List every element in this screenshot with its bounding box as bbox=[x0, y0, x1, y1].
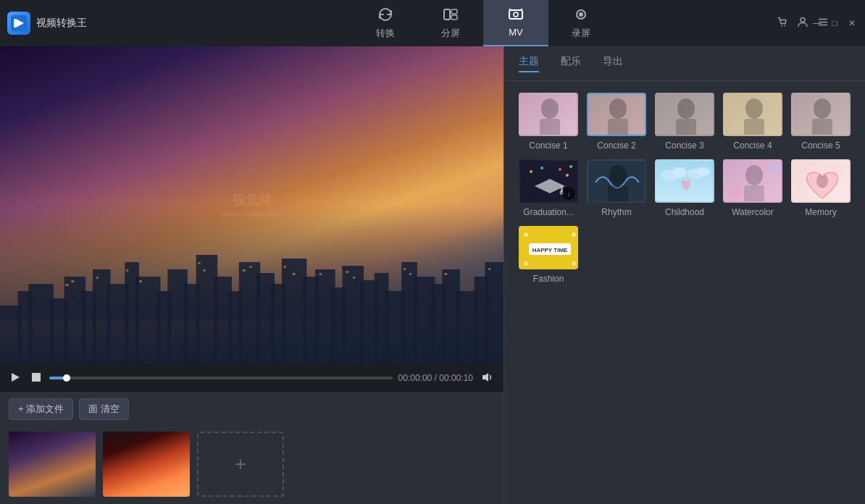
svg-rect-55 bbox=[96, 277, 99, 279]
theme-label-rhythm: Rhythm bbox=[601, 207, 631, 217]
svg-rect-88 bbox=[812, 119, 832, 136]
theme-concise4[interactable]: Concise 4 bbox=[723, 93, 782, 151]
close-button[interactable]: ✕ bbox=[846, 17, 858, 29]
tab-export[interactable]: 导出 bbox=[603, 55, 623, 72]
theme-fashion[interactable]: HAPPY TIME Fashion bbox=[519, 226, 578, 284]
video-panel: 视觉网 www.sxiew.com 00:00:00 / 00:00:10 bbox=[0, 46, 503, 504]
theme-thumb-childhood bbox=[655, 159, 714, 203]
tab-record[interactable]: 录屏 bbox=[548, 0, 614, 46]
svg-rect-85 bbox=[744, 119, 764, 136]
time-display: 00:00:00 / 00:00:10 bbox=[398, 373, 473, 383]
svg-point-119 bbox=[572, 261, 576, 266]
svg-point-75 bbox=[541, 98, 559, 119]
svg-rect-3 bbox=[444, 9, 450, 20]
theme-childhood[interactable]: Childhood bbox=[655, 159, 714, 217]
svg-rect-100 bbox=[608, 185, 628, 203]
clear-button[interactable]: 面 清空 bbox=[79, 398, 129, 420]
theme-thumb-concise2 bbox=[587, 93, 646, 136]
svg-point-99 bbox=[609, 165, 627, 185]
svg-text:HAPPY TIME: HAPPY TIME bbox=[532, 247, 568, 253]
theme-label-childhood: Childhood bbox=[665, 207, 704, 217]
svg-rect-72 bbox=[32, 373, 41, 382]
theme-label-concise2: Concise 2 bbox=[597, 140, 635, 151]
tab-mv[interactable]: MV bbox=[483, 0, 548, 46]
window-controls: — □ ✕ bbox=[811, 17, 858, 29]
svg-point-117 bbox=[572, 232, 576, 237]
svg-rect-21 bbox=[28, 284, 53, 364]
thumbnail-1[interactable] bbox=[9, 432, 96, 497]
theme-label-watercolor: Watercolor bbox=[732, 207, 774, 217]
theme-concise1[interactable]: Concise 1 bbox=[519, 93, 578, 151]
main-content: 视觉网 www.sxiew.com 00:00:00 / 00:00:10 bbox=[0, 46, 865, 504]
theme-memory[interactable]: Memory bbox=[791, 159, 851, 217]
svg-point-11 bbox=[579, 12, 583, 17]
progress-dot bbox=[63, 374, 70, 382]
svg-rect-53 bbox=[66, 284, 69, 286]
theme-thumb-graduation: ↓ bbox=[519, 159, 578, 203]
volume-button[interactable] bbox=[479, 371, 496, 386]
tab-convert[interactable]: 转换 bbox=[353, 0, 418, 46]
add-thumbnail-button[interactable]: + bbox=[197, 432, 284, 497]
theme-thumb-rhythm bbox=[587, 159, 646, 203]
shopping-icon[interactable] bbox=[777, 17, 788, 30]
minimize-button[interactable]: — bbox=[811, 17, 823, 29]
progress-bar[interactable] bbox=[49, 377, 393, 379]
theme-label-graduation: Graduation... bbox=[523, 207, 573, 217]
svg-point-97 bbox=[566, 174, 569, 177]
play-button[interactable] bbox=[7, 371, 23, 386]
theme-grid: Concise 1 bbox=[504, 81, 865, 295]
theme-thumb-concise3 bbox=[655, 93, 714, 136]
app-logo-icon bbox=[7, 12, 30, 35]
stop-button[interactable] bbox=[29, 371, 43, 385]
theme-thumb-memory bbox=[791, 159, 851, 203]
watermark: 视觉网 www.sxiew.com bbox=[221, 191, 282, 219]
theme-label-concise3: Concise 3 bbox=[665, 140, 703, 151]
user-icon[interactable] bbox=[797, 17, 808, 30]
theme-thumb-concise4 bbox=[723, 93, 782, 136]
tab-split[interactable]: 分屏 bbox=[418, 0, 483, 46]
file-toolbar: + 添加文件 面 清空 bbox=[0, 392, 503, 424]
download-badge-graduation: ↓ bbox=[562, 187, 575, 200]
convert-icon bbox=[377, 7, 393, 24]
video-preview: 视觉网 www.sxiew.com bbox=[0, 46, 503, 364]
svg-point-94 bbox=[540, 167, 543, 169]
mv-icon bbox=[508, 7, 524, 24]
svg-rect-56 bbox=[126, 269, 128, 272]
theme-watercolor[interactable]: Watercolor bbox=[723, 159, 782, 217]
tab-split-label: 分屏 bbox=[441, 27, 460, 40]
svg-point-107 bbox=[745, 165, 763, 185]
theme-label-memory: Memory bbox=[805, 207, 836, 217]
add-file-button[interactable]: + 添加文件 bbox=[9, 398, 73, 420]
svg-rect-28 bbox=[135, 277, 160, 364]
svg-marker-71 bbox=[12, 373, 20, 382]
svg-point-103 bbox=[672, 167, 687, 177]
svg-rect-67 bbox=[404, 268, 406, 270]
theme-rhythm[interactable]: Rhythm bbox=[587, 159, 646, 217]
svg-rect-108 bbox=[744, 185, 764, 203]
theme-concise2[interactable]: Concise 2 bbox=[587, 93, 646, 151]
theme-concise3[interactable]: Concise 3 bbox=[655, 93, 714, 151]
thumbnail-2[interactable] bbox=[103, 432, 190, 497]
nav-tabs: 转换 分屏 MV bbox=[109, 0, 858, 46]
svg-rect-6 bbox=[509, 10, 522, 19]
theme-thumb-concise5 bbox=[791, 93, 851, 136]
svg-rect-57 bbox=[139, 280, 142, 282]
theme-label-concise5: Concise 5 bbox=[801, 140, 840, 151]
theme-label-fashion: Fashion bbox=[533, 274, 564, 284]
theme-graduation[interactable]: ↓ Graduation... bbox=[519, 159, 578, 217]
right-panel-tabs: 主题 配乐 导出 bbox=[504, 46, 865, 81]
theme-concise5[interactable]: Concise 5 bbox=[791, 93, 851, 151]
titlebar: 视频转换王 转换 分屏 bbox=[0, 0, 865, 46]
svg-rect-5 bbox=[451, 15, 457, 20]
tab-music[interactable]: 配乐 bbox=[561, 55, 581, 72]
svg-point-13 bbox=[784, 25, 785, 27]
maximize-button[interactable]: □ bbox=[829, 17, 840, 29]
record-icon bbox=[573, 7, 589, 24]
svg-rect-65 bbox=[346, 271, 348, 273]
video-container: 视觉网 www.sxiew.com bbox=[0, 46, 503, 364]
svg-point-93 bbox=[530, 170, 532, 173]
svg-point-87 bbox=[814, 98, 831, 119]
split-icon bbox=[443, 7, 459, 24]
tab-theme[interactable]: 主题 bbox=[519, 55, 539, 72]
svg-rect-2 bbox=[14, 19, 16, 28]
